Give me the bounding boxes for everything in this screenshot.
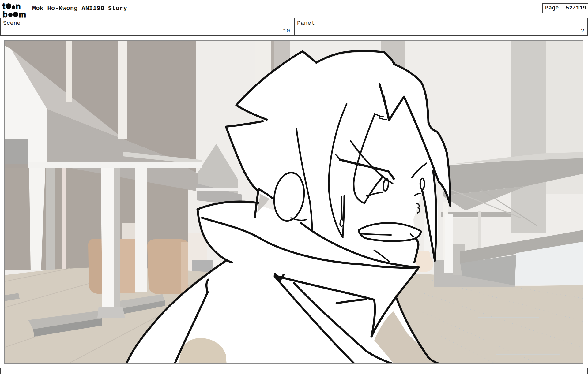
svg-text:m: m bbox=[19, 10, 26, 18]
svg-text:t: t bbox=[2, 2, 5, 11]
svg-text:b: b bbox=[2, 10, 8, 18]
svg-text:n: n bbox=[16, 2, 21, 11]
